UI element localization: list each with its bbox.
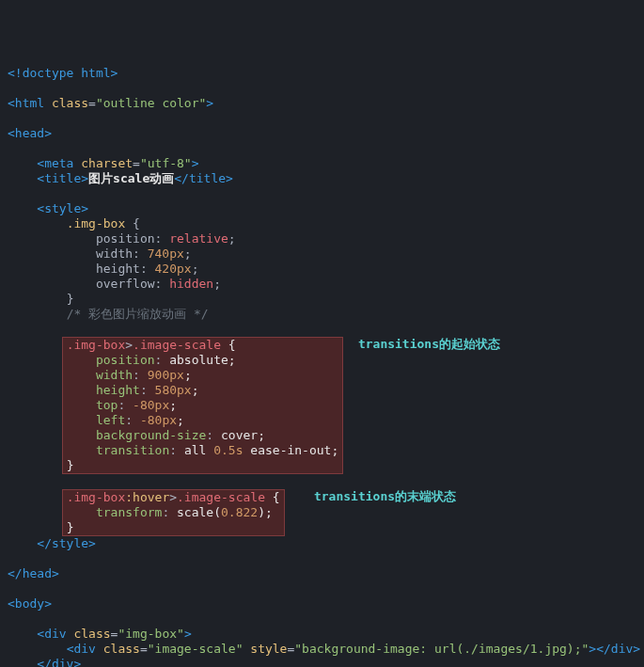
doctype: <!doctype html> [8,66,118,80]
highlight-block-2: .img-box:hover>.image-scale { transform:… [62,489,285,536]
annotation-end-state: transitions的末端状态 [314,489,456,503]
highlight-block-1: .img-box>.image-scale { position: absolu… [62,337,344,474]
code-block: <!doctype html> <html class="outline col… [8,66,636,667]
annotation-start-state: transitions的起始状态 [358,337,500,351]
